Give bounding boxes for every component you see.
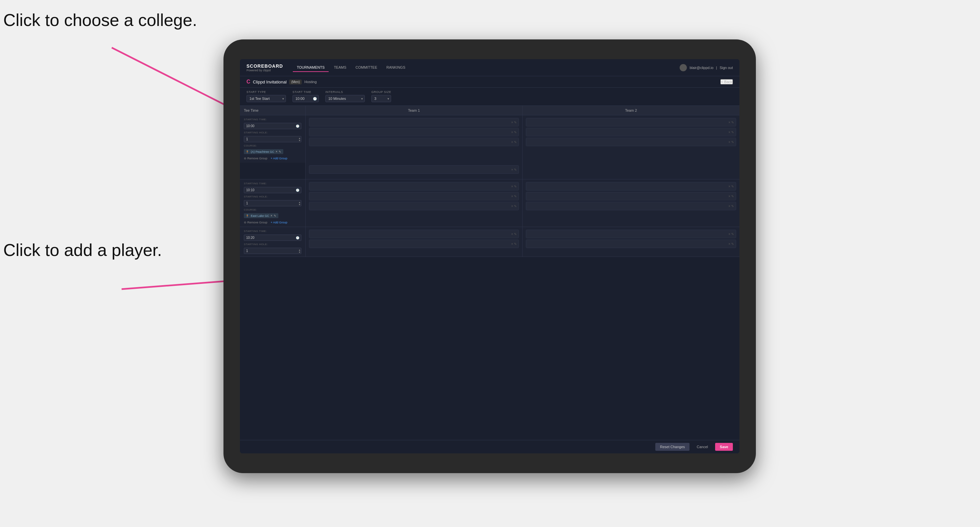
start-type-select[interactable]: 1st Tee Start [247,95,286,102]
sub-header: C Clippd Invitational (Men) Hosting < Ba… [240,76,740,88]
group-3-team1-player1[interactable]: × ✎ [309,230,519,238]
group-2-time-input[interactable] [244,187,301,193]
group-2-hole-wrapper: ▲ ▼ [244,200,301,206]
group-1-team2-player3[interactable]: × ✎ [526,138,736,146]
group-2-row: STARTING TIME: 🕐 STARTING HOLE: ▲ ▼ [240,179,740,227]
group-1-time-wrapper: 🕐 [244,123,301,129]
group-1-course-name: (A) Peachtree GC [251,150,274,154]
group-2-t2-p1-icons[interactable]: × ✎ [728,185,734,188]
save-button[interactable]: Save [715,443,733,451]
group-1-team1-p2-close[interactable]: × ✎ [511,130,517,134]
group-1-section: STARTING TIME: 🕐 STARTING HOLE: ▲ ▼ [240,115,740,179]
group-2-t1-p2-icons[interactable]: × ✎ [511,195,517,198]
nav-committee[interactable]: COMMITTEE [352,63,381,72]
group-1-team2-player2[interactable]: × ✎ [526,128,736,137]
group-2-course-edit[interactable]: ✎ [274,214,276,217]
group-1-team1-extra: × ✎ [305,163,523,179]
group-2-hole-input[interactable] [244,200,301,206]
group-3-clock-icon: 🕐 [296,236,299,240]
intervals-wrapper: 10 Minutes [325,95,365,102]
group-2-team1-player2[interactable]: × ✎ [309,192,519,200]
nav-tournaments[interactable]: TOURNAMENTS [293,63,329,72]
group-2-team1-player3[interactable]: × ✎ [309,202,519,210]
starting-time-label-2: STARTING TIME: [244,182,301,185]
group-size-group: Group Size 3 [371,90,391,102]
group-2-team2-player1[interactable]: × ✎ [526,182,736,190]
group-2-remove[interactable]: ⊖ Remove Group [244,221,267,224]
group-1-hole-up[interactable]: ▲ [298,137,301,139]
group-1-hole-input[interactable] [244,136,301,142]
group-1-team1-extra-slot[interactable]: × ✎ [309,165,519,174]
c-logo: C [247,79,250,85]
group-3-row: STARTING TIME: 🕐 STARTING HOLE: ▲ ▼ [240,227,740,257]
group-1-team1-player1[interactable]: × ✎ [309,118,519,127]
group-1-team2-extra [523,163,740,179]
group-3-t1-p2-icons[interactable]: × ✎ [511,242,517,246]
starting-hole-label-3: STARTING HOLE: [244,243,301,246]
nav-rankings[interactable]: RANKINGS [383,63,409,72]
nav-teams[interactable]: TEAMS [330,63,350,72]
group-2-add[interactable]: + Add Group [271,221,288,224]
annotation-college: Click to choose a college. [3,10,197,30]
group-3-t2-p1-icons[interactable]: × ✎ [728,232,734,236]
intervals-label: Intervals [325,90,365,94]
separator: | [716,66,717,70]
group-1-team1-p3-close[interactable]: × ✎ [511,140,517,144]
group-2-course-remove[interactable]: × [270,214,272,217]
main-content[interactable]: STARTING TIME: 🕐 STARTING HOLE: ▲ ▼ [240,115,740,440]
group-2-team2-player2[interactable]: × ✎ [526,192,736,200]
group-size-select[interactable]: 3 [371,95,391,102]
group-3-time-input[interactable] [244,235,301,241]
intervals-select[interactable]: 10 Minutes [325,95,365,102]
group-3-hole-stepper: ▲ ▼ [298,249,301,253]
col-team2: Team 2 [523,106,740,115]
group-2-t2-p3-icons[interactable]: × ✎ [728,204,734,208]
group-2-t1-p1-icons[interactable]: × ✎ [511,185,517,188]
group-3-team2-player1[interactable]: × ✎ [526,230,736,238]
group-2-hole-up[interactable]: ▲ [298,201,301,203]
group-3-hole-down[interactable]: ▼ [298,251,301,253]
group-3-hole-input[interactable] [244,248,301,254]
cancel-button[interactable]: Cancel [692,443,713,451]
back-button[interactable]: < Back [721,79,733,84]
bottom-bar: Reset Changes Cancel Save [240,440,740,453]
group-3-t2-p2-icons[interactable]: × ✎ [728,242,734,246]
group-2-t2-p2-icons[interactable]: × ✎ [728,195,734,198]
reset-button[interactable]: Reset Changes [655,443,689,451]
group-1-course-remove[interactable]: × [276,150,278,154]
group-1-team1-p1-close[interactable]: × ✎ [511,121,517,124]
group-1-hole-down[interactable]: ▼ [298,139,301,141]
group-1-team2-player1[interactable]: × ✎ [526,118,736,127]
group-1-time-input[interactable] [244,123,301,129]
group-3-section: STARTING TIME: 🕐 STARTING HOLE: ▲ ▼ [240,227,740,257]
tournament-name: Clippd Invitational [253,79,287,84]
group-2-team2: × ✎ × ✎ × ✎ [523,179,740,227]
group-1-add[interactable]: + Add Group [271,157,288,160]
group-1-team1-extra-icons[interactable]: × ✎ [511,168,517,171]
group-2-hole-down[interactable]: ▼ [298,203,301,206]
group-3-hole-up[interactable]: ▲ [298,249,301,251]
group-1-team2-p2-close[interactable]: × ✎ [728,130,734,134]
group-1-team1: × ✎ × ✎ × ✎ [305,115,523,163]
group-2-team2-player3[interactable]: × ✎ [526,202,736,210]
starting-time-label-3: STARTING TIME: [244,230,301,233]
group-1-remove[interactable]: ⊖ Remove Group [244,157,267,160]
group-1-team2-p1-close[interactable]: × ✎ [728,121,734,124]
group-1-team1-player3[interactable]: × ✎ [309,138,519,146]
table-header: Tee Time Team 1 Team 2 [240,106,740,115]
settings-row: Start Type 1st Tee Start Start Time 🕐 In… [240,88,740,106]
sign-out-link[interactable]: Sign out [720,66,733,70]
start-time-group: Start Time 🕐 [293,90,319,102]
logo-area: SCOREBOARD Powered by clippd [247,63,283,72]
group-1-spacer [240,163,305,179]
group-1-team2-p3-close[interactable]: × ✎ [728,140,734,144]
group-2-t1-p3-icons[interactable]: × ✎ [511,204,517,208]
group-2-team1-player1[interactable]: × ✎ [309,182,519,190]
col-team1: Team 1 [305,106,523,115]
group-3-team1-player2[interactable]: × ✎ [309,240,519,248]
group-3-t1-p1-icons[interactable]: × ✎ [511,232,517,236]
group-1-team1-player2[interactable]: × ✎ [309,128,519,137]
group-3-team2-player2[interactable]: × ✎ [526,240,736,248]
group-1-course-edit[interactable]: ✎ [279,150,281,154]
annotation-player: Click to add a player. [3,240,162,260]
